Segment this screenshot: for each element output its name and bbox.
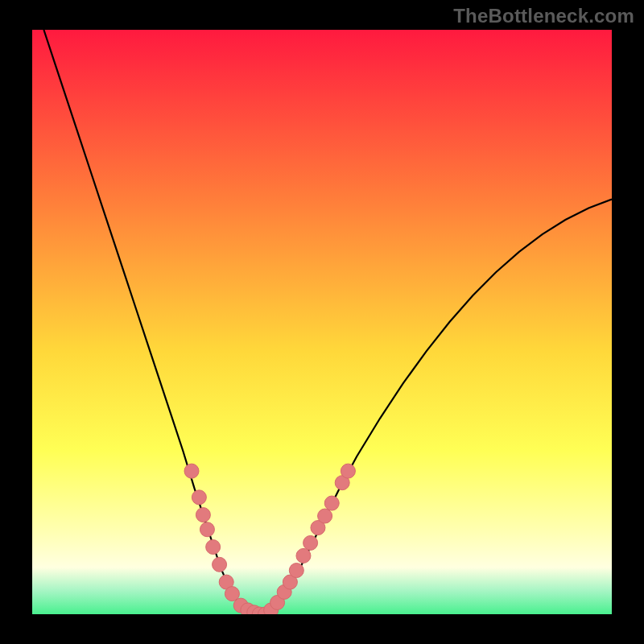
chart-svg [32, 30, 612, 614]
data-point [296, 548, 311, 563]
data-point [192, 490, 206, 505]
data-point [303, 535, 318, 550]
data-point [324, 496, 339, 510]
data-point [184, 464, 199, 478]
data-point [206, 540, 221, 555]
data-point [200, 522, 214, 537]
data-point [341, 464, 355, 478]
chart-container: TheBottleneck.com [0, 0, 644, 644]
watermark-text: TheBottleneck.com [453, 5, 634, 27]
data-point [318, 509, 332, 523]
data-point [213, 557, 227, 572]
plot-area [32, 30, 612, 614]
data-point [196, 508, 210, 522]
data-point [289, 564, 303, 578]
